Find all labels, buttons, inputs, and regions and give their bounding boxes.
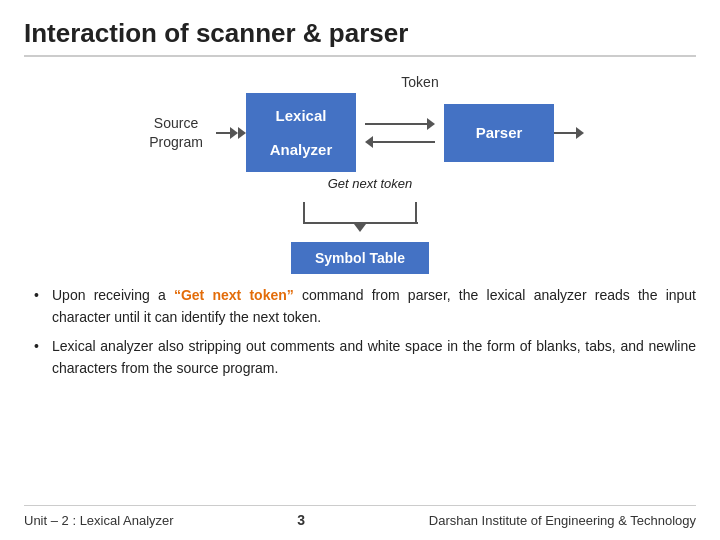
source-program-label: Source Program — [136, 114, 216, 150]
token-to-parser-arrow — [365, 118, 435, 130]
token-arrows — [360, 118, 440, 148]
bullet-section: Upon receiving a “Get next token” comman… — [24, 285, 696, 505]
bullet-2: Lexical analyzer also stripping out comm… — [34, 336, 696, 379]
diagram-area: Token Source Program Lexical Analyzer — [24, 73, 696, 273]
bullet-1-text-before: Upon receiving a — [52, 287, 174, 303]
footer-institute-label: Darshan Institute of Engineering & Techn… — [429, 513, 696, 528]
slide-title: Interaction of scanner & parser — [24, 18, 696, 57]
bullet-1: Upon receiving a “Get next token” comman… — [34, 285, 696, 328]
footer: Unit – 2 : Lexical Analyzer 3 Darshan In… — [24, 505, 696, 528]
token-label: Token — [401, 74, 438, 90]
footer-page-number: 3 — [297, 512, 305, 528]
lexical-analyzer-box: Lexical Analyzer — [246, 93, 356, 172]
get-next-token-arrow — [365, 136, 435, 148]
parser-box: Parser — [444, 104, 554, 162]
bullet-2-text: Lexical analyzer also stripping out comm… — [52, 338, 696, 376]
bullet-1-highlight: “Get next token” — [174, 287, 294, 303]
get-next-token-label: Get next token — [328, 176, 413, 191]
footer-unit-label: Unit – 2 : Lexical Analyzer — [24, 513, 174, 528]
source-to-lexical-arrow — [216, 126, 246, 140]
symbol-table-box: Symbol Table — [291, 242, 429, 274]
diagram-boxes-row: Source Program Lexical Analyzer — [24, 93, 696, 172]
parser-output-arrow — [554, 127, 584, 139]
